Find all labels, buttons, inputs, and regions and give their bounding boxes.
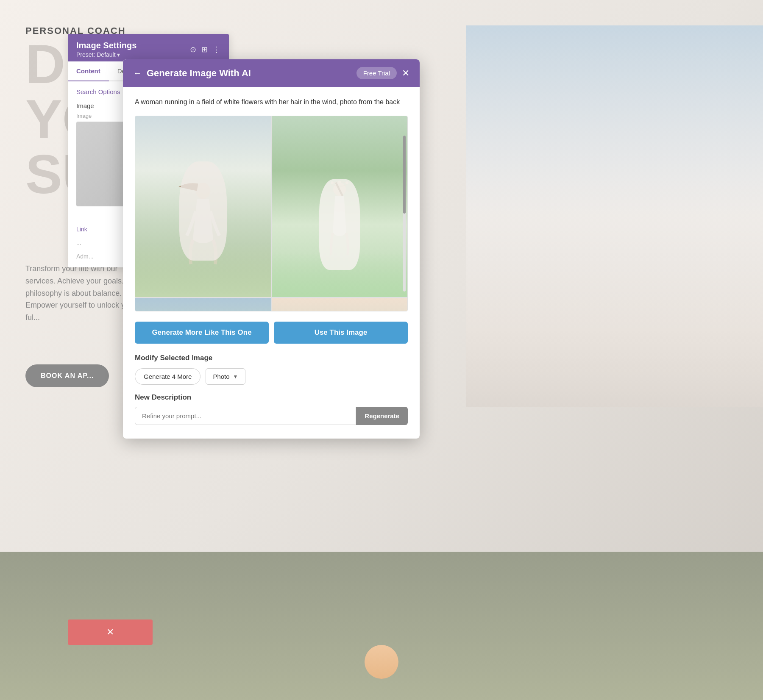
modal-title: Generate Image With AI xyxy=(147,68,251,79)
new-desc-input[interactable] xyxy=(135,407,356,425)
ai-modal: ← Generate Image With AI Free Trial ✕ A … xyxy=(123,59,420,439)
modify-controls: Generate 4 More Photo ▼ xyxy=(135,368,408,385)
modify-section-title: Modify Selected Image xyxy=(135,354,408,362)
use-image-button[interactable]: Use This Image xyxy=(274,322,408,344)
panel-icons: ⊙ ⊞ ⋮ xyxy=(190,45,220,54)
desc-input-row: Regenerate xyxy=(135,407,408,425)
svg-point-3 xyxy=(331,181,334,184)
modal-close-icon[interactable]: ✕ xyxy=(402,68,409,79)
svg-point-2 xyxy=(332,182,347,186)
image-grid xyxy=(135,116,407,311)
free-trial-badge: Free Trial xyxy=(356,67,397,79)
photo-select-label: Photo xyxy=(213,373,229,380)
bottom-close-button[interactable]: ✕ xyxy=(68,619,153,645)
panel-header-left: Image Settings Preset: Default ▾ xyxy=(76,41,136,58)
svg-point-1 xyxy=(333,183,346,196)
person-avatar-circle xyxy=(365,645,398,679)
modal-header: ← Generate Image With AI Free Trial ✕ xyxy=(123,59,420,87)
image-grid-container xyxy=(135,116,408,311)
svg-point-4 xyxy=(338,181,341,183)
grid-item-4[interactable] xyxy=(272,298,407,311)
hero-image-area xyxy=(466,25,763,407)
modal-body: A woman running in a field of white flow… xyxy=(123,87,420,439)
back-arrow-icon[interactable]: ← xyxy=(133,68,142,78)
woman-figure xyxy=(466,25,763,407)
dots-icon[interactable]: ⋮ xyxy=(213,45,220,54)
new-desc-title: New Description xyxy=(135,393,408,402)
grid-icon[interactable]: ⊞ xyxy=(201,45,208,54)
prompt-text: A woman running in a field of white flow… xyxy=(135,97,408,107)
svg-point-5 xyxy=(345,181,348,184)
target-icon[interactable]: ⊙ xyxy=(190,45,196,54)
scrollbar-track[interactable] xyxy=(403,136,406,292)
photo-type-select[interactable]: Photo ▼ xyxy=(206,368,245,385)
bottom-person-thumbnail xyxy=(356,645,407,700)
book-button[interactable]: BOOK AN AP... xyxy=(25,364,109,387)
scrollbar-thumb[interactable] xyxy=(403,136,406,214)
select-arrow-icon: ▼ xyxy=(233,374,238,380)
person-face xyxy=(365,645,398,679)
modal-header-right: Free Trial ✕ xyxy=(356,67,409,79)
modify-section: Modify Selected Image Generate 4 More Ph… xyxy=(135,354,408,385)
new-desc-section: New Description Regenerate xyxy=(135,393,408,425)
panel-header: Image Settings Preset: Default ▾ ⊙ ⊞ ⋮ xyxy=(68,34,229,61)
svg-point-0 xyxy=(196,183,211,199)
grid-item-2[interactable] xyxy=(272,116,407,297)
close-x-icon: ✕ xyxy=(106,627,114,638)
regenerate-button[interactable]: Regenerate xyxy=(356,407,408,425)
generate-more-button[interactable]: Generate More Like This One xyxy=(135,322,269,344)
grid-item-1[interactable] xyxy=(135,116,271,297)
generate-4-more-button[interactable]: Generate 4 More xyxy=(135,368,200,385)
tab-content[interactable]: Content xyxy=(68,61,109,81)
panel-preset[interactable]: Preset: Default ▾ xyxy=(76,51,136,58)
modal-header-left: ← Generate Image With AI xyxy=(133,68,251,79)
panel-title: Image Settings xyxy=(76,41,136,50)
buttons-row: Generate More Like This One Use This Ima… xyxy=(135,322,408,344)
grid-item-3[interactable] xyxy=(135,298,271,311)
